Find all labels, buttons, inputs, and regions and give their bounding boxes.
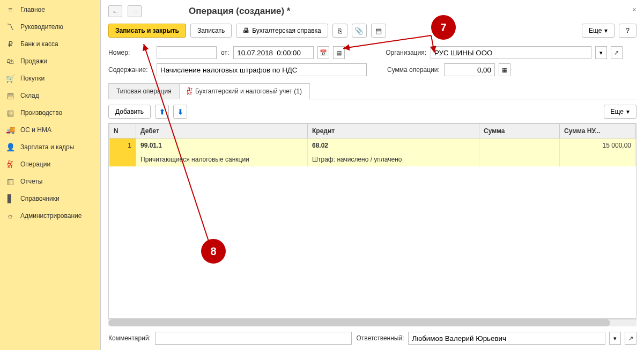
- tab-toolbar: Добавить ⬆ ⬇ Еще ▾: [101, 99, 644, 123]
- attach-button[interactable]: 📎: [352, 24, 367, 38]
- move-down-button[interactable]: ⬇: [173, 105, 187, 119]
- cell-empty[interactable]: [479, 152, 560, 166]
- tab-more-button[interactable]: Еще ▾: [604, 105, 636, 119]
- main-area: × ← → Операция (создание) * Записать и з…: [101, 0, 644, 350]
- person-icon: 👤: [5, 142, 15, 152]
- table-row[interactable]: 1 99.01.1 68.02 15 000,00: [109, 138, 636, 153]
- help-button[interactable]: ?: [619, 24, 636, 38]
- th-debit[interactable]: Дебет: [136, 124, 308, 138]
- sidebar-item-label: Администрирование: [20, 212, 82, 220]
- sum-label: Сумма операции:: [387, 66, 440, 74]
- sidebar-item-sales[interactable]: 🛍Продажи: [0, 53, 100, 70]
- save-button[interactable]: Записать: [190, 24, 232, 38]
- date-extra-button[interactable]: ▤: [333, 46, 345, 59]
- sidebar: ≡Главное 〽Руководителю ₽Банк и касса 🛍Пр…: [0, 0, 101, 350]
- sidebar-item-production[interactable]: ▦Производство: [0, 104, 100, 121]
- nav-back-button[interactable]: ←: [108, 5, 122, 17]
- sidebar-item-salary[interactable]: 👤Зарплата и кадры: [0, 138, 100, 156]
- sidebar-item-manager[interactable]: 〽Руководителю: [0, 18, 100, 35]
- sidebar-item-operations[interactable]: ДтКтОперации: [0, 156, 100, 173]
- print-icon: 🖶: [243, 27, 249, 34]
- sidebar-item-references[interactable]: ▋Справочники: [0, 190, 100, 207]
- sidebar-item-purchases[interactable]: 🛒Покупки: [0, 70, 100, 87]
- sidebar-item-assets[interactable]: 🚚ОС и НМА: [0, 121, 100, 138]
- calc-button[interactable]: ▦: [499, 63, 510, 76]
- table-container: N Дебет Кредит Сумма Сумма НУ... 1 99.01…: [108, 123, 636, 319]
- date-input[interactable]: [233, 46, 314, 59]
- sidebar-item-label: Главное: [20, 6, 45, 13]
- calendar-button[interactable]: 📅: [317, 46, 329, 59]
- tab-label: Бухгалтерский и налоговый учет (1): [195, 88, 302, 95]
- sidebar-item-main[interactable]: ≡Главное: [0, 1, 100, 18]
- tab-accounting[interactable]: ДтКтБухгалтерский и налоговый учет (1): [179, 83, 310, 99]
- th-n[interactable]: N: [109, 124, 136, 138]
- chart-icon: 〽: [5, 22, 15, 32]
- topbar: ← → Операция (создание) *: [101, 0, 644, 20]
- sidebar-item-label: Продажи: [20, 57, 47, 65]
- number-input[interactable]: [157, 46, 217, 59]
- comment-label: Комментарий:: [108, 334, 151, 342]
- horizontal-scrollbar[interactable]: [108, 319, 636, 326]
- th-sum-nu[interactable]: Сумма НУ...: [560, 124, 636, 138]
- responsible-open-button[interactable]: ↗: [625, 332, 636, 345]
- chevron-down-icon: ▾: [626, 108, 630, 115]
- scrollbar-thumb[interactable]: [108, 319, 610, 326]
- tab-label: Типовая операция: [116, 88, 172, 95]
- responsible-label: Ответственный:: [356, 334, 404, 342]
- button-label: Еще: [611, 108, 624, 115]
- org-open-button[interactable]: ↗: [611, 46, 623, 59]
- responsible-input[interactable]: [408, 332, 605, 345]
- cell-n[interactable]: 1: [109, 138, 136, 167]
- accounting-ref-button[interactable]: 🖶Бухгалтерская справка: [236, 24, 328, 38]
- page-title: Операция (создание) *: [189, 6, 290, 17]
- cell-credit[interactable]: 68.02: [308, 138, 479, 153]
- tab-typical[interactable]: Типовая операция: [108, 83, 180, 99]
- sidebar-item-label: Производство: [20, 109, 62, 116]
- annotation-8: 8: [201, 239, 226, 264]
- copy-button[interactable]: ⎘: [332, 24, 347, 38]
- from-label: от:: [221, 49, 229, 56]
- cell-empty[interactable]: [560, 152, 636, 166]
- button-label: Еще: [589, 27, 602, 34]
- content-input[interactable]: [157, 63, 367, 76]
- th-credit[interactable]: Кредит: [308, 124, 479, 138]
- cart-icon: 🛒: [5, 74, 15, 83]
- responsible-dropdown-button[interactable]: ▾: [609, 332, 621, 345]
- footer: Комментарий: Ответственный: ▾ ↗: [101, 326, 644, 350]
- sidebar-item-label: Справочники: [20, 195, 60, 202]
- nav-forward-button[interactable]: →: [128, 5, 142, 17]
- comment-input[interactable]: [155, 332, 352, 345]
- cell-debit[interactable]: 99.01.1: [136, 138, 308, 153]
- cell-debit-desc[interactable]: Причитающиеся налоговые санкции: [136, 152, 308, 166]
- add-button[interactable]: Добавить: [108, 105, 151, 119]
- dtkt-icon: ДтКт: [5, 159, 15, 169]
- save-close-button[interactable]: Записать и закрыть: [108, 24, 186, 38]
- org-dropdown-button[interactable]: ▾: [595, 46, 607, 59]
- truck-icon: 🚚: [5, 125, 15, 135]
- close-button[interactable]: ×: [632, 5, 636, 14]
- toolbar: Записать и закрыть Записать 🖶Бухгалтерск…: [101, 20, 644, 44]
- more-button[interactable]: Еще ▾: [582, 24, 615, 38]
- sum-input[interactable]: [444, 63, 495, 76]
- org-input[interactable]: [431, 46, 591, 59]
- cell-sum[interactable]: [479, 138, 560, 153]
- extra-button[interactable]: ▤: [371, 24, 386, 38]
- annotation-7: 7: [431, 15, 456, 40]
- sidebar-item-label: Руководителю: [20, 23, 63, 31]
- sidebar-item-reports[interactable]: ▥Отчеты: [0, 173, 100, 190]
- sidebar-item-stock[interactable]: ▤Склад: [0, 87, 100, 104]
- bag-icon: 🛍: [5, 56, 15, 66]
- cell-sum-nu[interactable]: 15 000,00: [560, 138, 636, 153]
- move-up-button[interactable]: ⬆: [155, 105, 169, 119]
- form-row-content: Содержание: Сумма операции: ▦: [101, 61, 644, 78]
- form-row-number: Номер: от: 📅 ▤ Организация: ▾ ↗: [101, 44, 644, 61]
- cell-credit-desc[interactable]: Штраф: начислено / уплачено: [308, 152, 479, 166]
- sidebar-item-bank[interactable]: ₽Банк и касса: [0, 35, 100, 53]
- content-label: Содержание:: [108, 66, 152, 74]
- dtkt-icon: ДтКт: [187, 87, 193, 96]
- th-sum[interactable]: Сумма: [479, 124, 560, 138]
- sidebar-item-admin[interactable]: ☼Администрирование: [0, 207, 100, 224]
- number-label: Номер:: [108, 49, 152, 56]
- org-label: Организация:: [386, 49, 426, 56]
- table-row-desc[interactable]: Причитающиеся налоговые санкции Штраф: н…: [109, 152, 636, 166]
